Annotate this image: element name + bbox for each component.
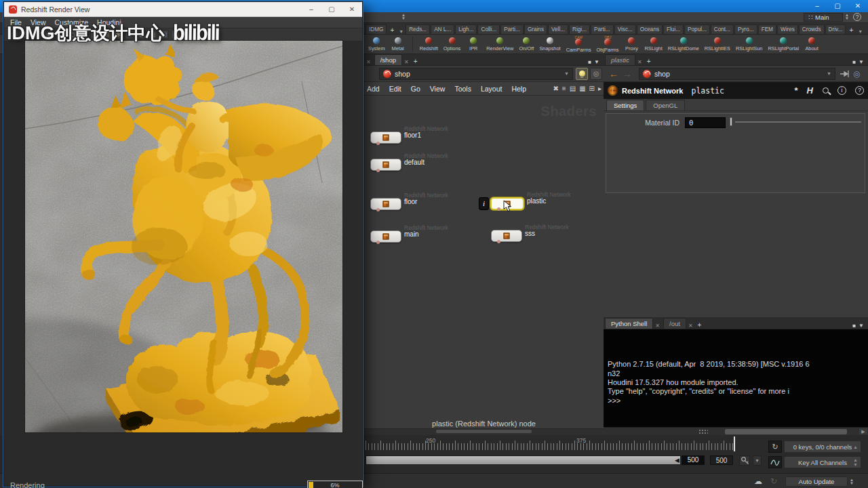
snapshot-icon[interactable]: ◎	[33, 30, 42, 39]
toolbar-icon[interactable]: ▦	[579, 85, 585, 92]
search-icon[interactable]	[823, 87, 829, 94]
maximize-button[interactable]: ▢	[827, 0, 848, 12]
material-id-field[interactable]: 0	[685, 117, 726, 128]
close-button[interactable]: ✕	[342, 3, 362, 16]
key-icon[interactable]	[739, 455, 750, 466]
shelf-tool-proxy[interactable]: Proxy	[621, 36, 642, 53]
node-main[interactable]	[370, 230, 401, 243]
shelf-tab[interactable]: FEM	[758, 24, 776, 34]
spinner-icon[interactable]: ▲▼	[401, 14, 406, 20]
menu-item[interactable]: View	[430, 85, 446, 93]
auto-key-icon[interactable]: ↻	[768, 441, 782, 453]
shelf-tab[interactable]: Parti...	[591, 24, 614, 34]
shelf-tab[interactable]: Reds...	[406, 24, 430, 34]
scroll-right-icon[interactable]: ▶	[859, 428, 867, 434]
close-icon[interactable]: ✕	[653, 323, 662, 329]
menu-item[interactable]: Customize	[55, 18, 89, 26]
shelf-tool-redshift[interactable]: Redshift	[417, 36, 441, 53]
lock-icon[interactable]: ⊓	[90, 30, 100, 39]
shelf-tab[interactable]: Colli...	[477, 24, 500, 34]
pan-icon[interactable]: ✥	[44, 30, 54, 39]
gear-icon[interactable]: *	[795, 85, 798, 96]
chevron-down-icon[interactable]: ▼	[594, 59, 599, 65]
shelf-tab[interactable]: Driv...	[825, 24, 846, 34]
key-mode-dropdown[interactable]: Key All Channels▲▼	[784, 456, 861, 468]
python-console[interactable]: Python 2.7.15 (default, Apr 8 2019, 15:3…	[604, 329, 868, 427]
chevron-down-icon[interactable]: ▼	[753, 455, 762, 466]
shelf-tab[interactable]: Pyro...	[734, 24, 757, 34]
shelf-tab[interactable]: Vell...	[548, 24, 568, 34]
current-frame-box[interactable]: 500	[682, 455, 705, 465]
auto-update-button[interactable]: Auto Update	[785, 476, 848, 487]
shelf-tab[interactable]: Cont...	[711, 24, 734, 34]
playhead[interactable]	[734, 436, 735, 451]
refresh-icon[interactable]: ↻	[770, 476, 777, 486]
toolbar-icon[interactable]: ≡	[562, 85, 566, 92]
shelf-tab-idmg[interactable]: IDMG	[366, 24, 387, 34]
close-button[interactable]: ✕	[848, 0, 868, 12]
shelf-tool-metal[interactable]: Metal	[388, 37, 408, 52]
tab-opengl[interactable]: OpenGL	[646, 100, 685, 110]
network-canvas[interactable]: Shaders Redshift Networkfloor1 Redshift …	[364, 96, 604, 418]
tab-settings[interactable]: Settings	[606, 100, 644, 110]
maximize-button[interactable]: ▢	[321, 3, 342, 16]
shelf-tool-rslighties[interactable]: RSLightIES	[702, 36, 733, 53]
link-ring-icon[interactable]: ◎	[853, 69, 860, 79]
shelf-tool-rslight[interactable]: RSLight	[642, 36, 665, 53]
tab-out[interactable]: /out	[663, 318, 686, 329]
node-info-badge[interactable]: i	[479, 197, 489, 210]
node-name-field[interactable]: plastic	[691, 86, 785, 96]
channel-wave-icon[interactable]	[768, 456, 782, 468]
shelf-tab[interactable]: Grains	[524, 24, 547, 34]
keys-info-field[interactable]: 0 keys, 0/0 channels▲	[784, 441, 861, 453]
add-tab-icon[interactable]: +	[411, 58, 420, 65]
close-icon[interactable]: ✕	[364, 59, 373, 65]
pane-maximize-icon[interactable]: ■	[588, 59, 591, 65]
shelf-tool-rslightportal[interactable]: RSLightPortal	[765, 36, 802, 53]
shelf-tab[interactable]: Oceans	[637, 24, 663, 34]
frame-slider[interactable]: ◀	[366, 455, 681, 465]
pane-maximize-icon[interactable]: ■	[852, 59, 856, 65]
shelf-tool-camparms[interactable]: CAM CamParms	[564, 36, 594, 53]
duplicate-icon[interactable]: ❐	[171, 30, 180, 39]
grid-icon[interactable]: ⊞	[102, 30, 111, 39]
tab-python-shell[interactable]: Python Shell	[605, 318, 653, 329]
node-sss[interactable]	[491, 230, 522, 242]
forward-icon[interactable]: →	[623, 68, 632, 79]
copy-icon[interactable]: ❏	[159, 30, 169, 39]
shelf-tab[interactable]: Flui...	[663, 24, 684, 34]
ab-compare-icon[interactable]: ◫	[21, 30, 31, 39]
houdini-badge-icon[interactable]: H	[807, 85, 813, 96]
menu-item[interactable]: Add	[367, 85, 380, 93]
chevron-down-icon[interactable]: ▼	[397, 29, 406, 34]
chevron-down-icon[interactable]: ▼	[859, 59, 864, 65]
menu-item[interactable]: Houdini	[97, 18, 121, 26]
scrollbar-thumb[interactable]	[725, 429, 846, 434]
desktop-selector[interactable]: ∷ Main	[804, 13, 843, 22]
pane-tab-plastic[interactable]: plastic	[605, 54, 635, 65]
close-icon[interactable]: ✕	[635, 59, 644, 65]
target-icon[interactable]: ◉	[136, 30, 146, 39]
menu-item[interactable]: Edit	[389, 85, 401, 93]
shelf-tab[interactable]: Popul...	[684, 24, 710, 34]
shelf-tab[interactable]: Wires	[777, 24, 798, 34]
close-icon[interactable]: ✕	[686, 323, 695, 329]
pane-tab-shop[interactable]: /shop	[374, 54, 402, 65]
menu-item[interactable]: Go	[411, 85, 420, 93]
ladder-handle[interactable]	[730, 117, 732, 126]
bucket-icon[interactable]: ◧	[67, 30, 77, 39]
pane-maximize-icon[interactable]: ■	[852, 323, 856, 329]
spinner-icon[interactable]: ▲▼	[850, 479, 854, 485]
shelf-tab[interactable]: Ligh...	[455, 24, 477, 34]
menu-item[interactable]: Layout	[481, 85, 502, 93]
add-shelf-icon[interactable]: +	[387, 26, 397, 34]
shelf-tab[interactable]: Rigi...	[569, 24, 590, 34]
menu-item[interactable]: View	[31, 18, 46, 26]
chevron-down-icon[interactable]: ▼	[827, 71, 831, 76]
settings-icon[interactable]: ✱	[182, 30, 192, 39]
shelf-tool-system[interactable]: System	[366, 37, 388, 52]
shelf-tool-rslightsun[interactable]: RSLightSun	[733, 36, 765, 53]
menu-item[interactable]: Help	[511, 85, 526, 93]
spinner-icon[interactable]: ▲▼	[845, 14, 849, 20]
node-floor1[interactable]	[370, 131, 401, 144]
